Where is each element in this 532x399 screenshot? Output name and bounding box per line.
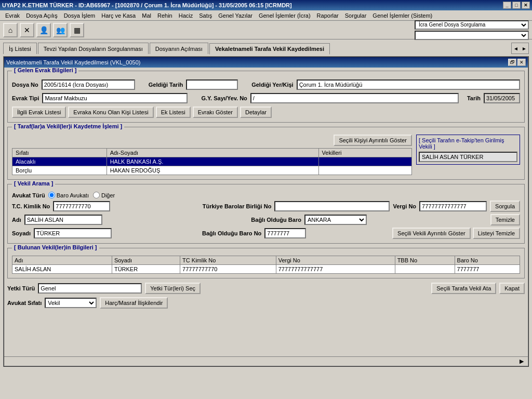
toolbar-grid-button[interactable]: ▦: [70, 23, 84, 37]
found-cell-tc: 77777777770: [180, 265, 276, 274]
tab-nav-left[interactable]: ◄: [512, 43, 520, 54]
menu-genel-islemler-icra[interactable]: Genel İşlemler (İcra): [256, 11, 314, 20]
toolbar-users-button[interactable]: 👥: [53, 23, 68, 37]
dosya-no-input[interactable]: [42, 79, 135, 90]
tarih-input: [484, 93, 520, 103]
found-col-tc: TC Kimlik No: [180, 256, 276, 265]
found-cell-vergi: 77777777777777: [276, 265, 395, 274]
toolbar-home-button[interactable]: ⌂: [3, 23, 18, 37]
menu-harc-kasa[interactable]: Harç ve Kasa: [98, 11, 139, 20]
tab-tevzi[interactable]: Tevzi Yapılan Dosyaların Sorgulanması: [38, 43, 149, 54]
harc-masraf-button[interactable]: Harç/Masraf İlişkilendir: [100, 297, 168, 309]
menu-genel-yazilar[interactable]: Genel Yazılar: [215, 11, 256, 20]
avukat-sifati-label: Avukat Sıfatı: [7, 300, 42, 306]
avukat-turu-radio-group: Baro Avukatı Diğer: [48, 192, 115, 198]
nav-arrow-right: ▶: [520, 358, 524, 365]
sorgula-button[interactable]: Sorgula: [490, 201, 520, 212]
yetki-turleri-sec-button[interactable]: Yetki Tür(leri) Seç: [145, 283, 201, 294]
soyadi-input[interactable]: [34, 228, 112, 238]
gelen-evrak-title: [ Gelen Evrak Bilgileri ]: [12, 68, 78, 73]
radio-diger-label: Diğer: [101, 192, 115, 198]
secili-tarafa-vekil-ata-button[interactable]: Seçili Tarafa Vekil Ata: [431, 283, 496, 294]
table-row[interactable]: Alacaklı HALK BANKASI A.Ş.: [12, 157, 412, 166]
evrak-tipi-input[interactable]: [42, 93, 188, 103]
ek-listesi-button[interactable]: Ek Listesi: [156, 107, 191, 118]
menu-genel-islemler-sistem[interactable]: Genel İşlemler (Sistem): [369, 11, 435, 20]
bulunan-vekil-title: [ Bulunan Vekil(ler)in Bilgileri ]: [12, 244, 99, 250]
gy-sayi-label: G.Y. Sayı/Yev. No: [201, 95, 247, 101]
vergi-no-input[interactable]: [419, 201, 487, 211]
cell-sifat: Alacaklı: [12, 157, 107, 166]
toolbar-close-button[interactable]: ✕: [20, 23, 34, 37]
found-vekil-table: Adı Soyadı TC Kimlik No Vergi No TBB No …: [12, 256, 520, 274]
tc-kimlik-input[interactable]: [53, 201, 110, 211]
bulunan-vekil-section: [ Bulunan Vekil(ler)in Bilgileri ] Adı S…: [7, 248, 525, 278]
geldigi-yer-input[interactable]: [297, 79, 520, 90]
yetki-turu-input[interactable]: [38, 283, 142, 294]
found-cell-adi: SALİH ASLAN: [12, 265, 112, 274]
temizle-button[interactable]: Temizle: [490, 214, 520, 225]
menu-haciz[interactable]: Haciz: [176, 11, 196, 20]
menu-mal[interactable]: Mal: [139, 11, 154, 20]
secili-kisi-button[interactable]: Seçili Kişiyi Ayrıntılı Göster: [334, 135, 412, 146]
menu-raporlar[interactable]: Raporlar: [314, 11, 342, 20]
bagli-oldugu-baro-select[interactable]: ANKARA: [304, 215, 367, 225]
radio-baro-avukati-label: Baro Avukatı: [57, 192, 89, 198]
bottom-controls: Yetki Türü Yetki Tür(leri) Seç Seçili Ta…: [7, 283, 525, 309]
close-button[interactable]: ✕: [522, 2, 530, 9]
tab-vekaletnameli[interactable]: Vekaletnameli Tarafa Vekil Kaydedilmesi: [209, 43, 330, 55]
avukat-sifati-select[interactable]: Vekil Asıl Vekil Yedek Vekil: [45, 298, 97, 308]
window-restore-button[interactable]: 🗗: [508, 59, 516, 66]
tab-nav-right[interactable]: ►: [520, 43, 528, 54]
tc-kimlik-label: T.C. Kimlik No: [12, 203, 50, 209]
found-col-baro: Baro No: [455, 256, 520, 265]
tab-is-listesi[interactable]: İş Listesi: [3, 43, 37, 54]
adi-input[interactable]: [24, 215, 102, 225]
window-title-controls: 🗗 ✕: [508, 59, 526, 66]
found-col-tbb: TBB No: [395, 256, 455, 265]
window-close-button[interactable]: ✕: [517, 59, 526, 66]
col-adi-soyadi: Adı-Soyadı: [107, 149, 318, 157]
evraki-goster-button[interactable]: Evrakı Göster: [193, 107, 238, 118]
liste-temizle-button[interactable]: Listeyi Temizle: [473, 228, 520, 239]
secili-vekil-button[interactable]: Seçili Vekili Ayrıntılı Göster: [392, 228, 471, 239]
menu-dosya-islem[interactable]: Dosya İşlem: [61, 11, 99, 20]
toolbar-dropdown1[interactable]: İcra Genel Dosya Sorgulama: [415, 20, 529, 30]
kapat-button[interactable]: Kapat: [499, 283, 525, 294]
window-title-text: Vekaletnameli Tarafa Vekil Kaydedilmesi …: [6, 59, 140, 65]
detaylar-button[interactable]: Detaylar: [240, 107, 272, 118]
selected-vekil-value: SALİH ASLAN TÜRKER: [419, 152, 517, 162]
menu-sorgular[interactable]: Sorgular: [342, 11, 370, 20]
gy-sayi-input[interactable]: [250, 93, 459, 103]
menu-evrak[interactable]: Evrak: [2, 11, 23, 20]
evraka-konu-button[interactable]: Evraka Konu Olan Kişi Listesi: [68, 107, 153, 118]
toolbar-dropdown2[interactable]: [415, 31, 529, 40]
minimize-button[interactable]: _: [503, 2, 511, 9]
col-sifat: Sıfatı: [12, 149, 107, 157]
taraflar-table: Sıfatı Adı-Soyadı Vekilleri Alacaklı HAL…: [12, 148, 412, 175]
found-table-row[interactable]: SALİH ASLAN TÜRKER 77777777770 777777777…: [12, 265, 520, 274]
tab-dosya-acilmasi[interactable]: Dosyanın Açılması: [150, 43, 208, 54]
table-row[interactable]: Borçlu HAKAN ERDOĞUŞ: [12, 166, 412, 175]
cell-sifat: Borçlu: [12, 166, 107, 175]
radio-baro-avukati[interactable]: Baro Avukatı: [48, 192, 89, 198]
maximize-button[interactable]: □: [512, 2, 521, 9]
menu-bar: Evrak Dosya Açılış Dosya İşlem Harç ve K…: [0, 10, 532, 21]
menu-rehin[interactable]: Rehin: [154, 11, 176, 20]
found-col-adi: Adı: [12, 256, 112, 265]
radio-baro-avukati-input[interactable]: [48, 192, 55, 198]
geldigi-tarih-input[interactable]: [186, 79, 238, 90]
radio-diger-input[interactable]: [93, 192, 100, 198]
col-vekilleri: Vekilleri: [318, 149, 411, 157]
ilgili-evrak-button[interactable]: İlgili Evrak Listesi: [12, 107, 66, 118]
found-col-vergi: Vergi No: [276, 256, 395, 265]
dosya-no-label: Dosya No: [12, 82, 38, 88]
toolbar-user-button[interactable]: 👤: [36, 23, 51, 37]
menu-satis[interactable]: Satış: [196, 11, 215, 20]
geldigi-yer-label: Geldiği Yer/Kişi: [251, 82, 294, 88]
tbb-no-input[interactable]: [274, 201, 390, 211]
menu-dosya-acilis[interactable]: Dosya Açılış: [23, 11, 61, 20]
bagli-oldugu-baro-no-input[interactable]: [264, 228, 306, 238]
geldigi-tarih-label: Geldiği Tarih: [149, 82, 183, 88]
radio-diger[interactable]: Diğer: [93, 192, 115, 198]
